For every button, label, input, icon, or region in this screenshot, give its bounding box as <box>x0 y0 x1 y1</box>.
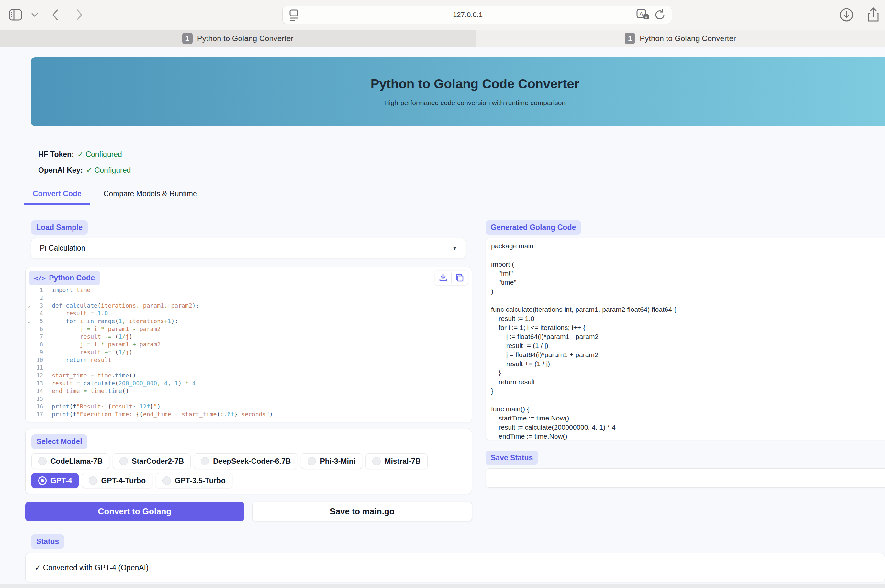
golang-code-text: package main import ( "fmt" "time") func… <box>491 242 885 440</box>
model-option-gpt-4-turbo[interactable]: GPT-4-Turbo <box>82 473 152 488</box>
back-button[interactable] <box>51 9 59 21</box>
model-option-label: GPT-4-Turbo <box>101 476 146 485</box>
golang-code-line: j := float64(i)*param1 - param2 <box>491 332 885 341</box>
browser-tab-2[interactable]: 1 Python to Golang Converter <box>476 30 885 47</box>
download-code-button[interactable] <box>438 273 448 283</box>
golang-code-badge: Generated Golang Code <box>486 220 581 235</box>
sidebar-icon <box>8 8 23 21</box>
page-title: Python to Golang Code Converter <box>371 76 579 91</box>
golang-code-box[interactable]: package main import ( "fmt" "time") func… <box>486 238 885 440</box>
golang-code-line: import ( <box>491 260 885 269</box>
model-option-label: CodeLlama-7B <box>51 457 102 466</box>
line-number: 13 <box>26 380 47 387</box>
model-option-phi-3-mini[interactable]: Phi-3-Mini <box>301 453 362 469</box>
code-line: 15 <box>26 395 472 403</box>
sample-dropdown-value: Pi Calculation <box>40 244 86 253</box>
golang-code-line: result += (1 / j) <box>491 359 885 368</box>
tab-title: Python to Golang Converter <box>640 34 736 43</box>
code-line: 4 result = 1.0 <box>26 309 472 317</box>
model-option-mistral-7b[interactable]: Mistral-7B <box>366 453 427 469</box>
download-circle-icon <box>839 8 854 22</box>
save-status-box[interactable] <box>486 468 885 488</box>
share-button[interactable] <box>867 7 880 23</box>
model-option-label: Mistral-7B <box>385 457 420 466</box>
model-option-label: Phi-3-Mini <box>320 457 355 466</box>
line-number: 2 <box>26 294 47 302</box>
radio-icon <box>89 476 97 485</box>
browser-tab-1[interactable]: 1 Python to Golang Converter <box>0 30 476 47</box>
code-line: 1import time <box>26 286 472 294</box>
line-number: 14 <box>26 387 47 395</box>
golang-code-line: package main <box>491 242 885 250</box>
golang-code-line <box>491 250 885 260</box>
model-option-label: DeepSeek-Coder-6.7B <box>213 457 291 466</box>
model-option-codellama-7b[interactable]: CodeLlama-7B <box>32 453 110 469</box>
share-icon <box>867 7 880 23</box>
python-code-badge: </> Python Code <box>29 271 100 285</box>
golang-code-line <box>491 396 885 405</box>
copy-code-button[interactable] <box>455 273 465 283</box>
code-line: 10 return result <box>26 356 472 364</box>
golang-code-line: result -= (1 / j) <box>491 341 885 350</box>
model-option-gpt-3.5-turbo[interactable]: GPT-3.5-Turbo <box>156 473 232 488</box>
app-tab-bar: Convert Code Compare Models & Runtime <box>0 189 885 206</box>
golang-code-line: result := calculate(200000000, 4, 1) * 4 <box>491 423 885 432</box>
fold-chevron-icon[interactable]: ⌄ <box>27 317 30 325</box>
translate-icon[interactable]: A x <box>636 8 650 21</box>
api-key-status: HF Token: ✓ Configured OpenAI Key: ✓ Con… <box>38 150 885 175</box>
golang-code-line: for i := 1; i <= iterations; i++ { <box>491 323 885 332</box>
code-line: 8 j = i * param1 + param2 <box>26 340 472 348</box>
model-option-deepseek-coder-6.7b[interactable]: DeepSeek-Coder-6.7B <box>194 453 298 469</box>
line-number: ⌄5 <box>26 317 47 325</box>
api-key-label: HF Token: <box>38 150 74 159</box>
tab-compare-models[interactable]: Compare Models & Runtime <box>95 189 206 205</box>
radio-icon <box>38 476 47 485</box>
model-option-label: GPT-4 <box>51 476 72 485</box>
line-number: 12 <box>26 372 47 380</box>
bottom-strip <box>0 584 885 588</box>
status-message: ✓ Converted with GPT-4 (OpenAI) <box>35 563 149 572</box>
api-key-label: OpenAI Key: <box>38 166 83 175</box>
downloads-button[interactable] <box>839 8 854 22</box>
golang-code-line: result := 1.0 <box>491 314 885 323</box>
fold-chevron-icon[interactable]: ⌄ <box>27 302 30 309</box>
line-number: 8 <box>26 340 47 348</box>
code-line: 6 j = i * param1 - param2 <box>26 325 472 333</box>
sample-dropdown[interactable]: Pi Calculation ▼ <box>31 238 466 258</box>
status-box: ✓ Converted with GPT-4 (OpenAI) <box>25 553 885 582</box>
url-bar[interactable]: 127.0.0.1 A x <box>282 6 672 24</box>
model-option-gpt-4[interactable]: GPT-4 <box>32 473 79 488</box>
code-line: 13result = calculate(200_000_000, 4, 1) … <box>26 380 472 387</box>
radio-icon <box>163 476 171 485</box>
tab-favicon-badge: 1 <box>182 33 193 44</box>
code-line: 17print(f"Execution Time: {(end_time - s… <box>26 410 472 418</box>
golang-code-line: } <box>491 368 885 378</box>
code-toolbar <box>435 271 468 285</box>
divider <box>451 273 452 283</box>
tab-convert-code[interactable]: Convert Code <box>24 189 90 205</box>
model-option-starcoder2-7b[interactable]: StarCoder2-7B <box>113 453 191 469</box>
url-text: 127.0.0.1 <box>300 10 636 19</box>
reload-icon[interactable] <box>654 9 666 21</box>
convert-button[interactable]: Convert to Golang <box>25 502 244 521</box>
sidebar-menu-chevron-button[interactable] <box>31 13 38 17</box>
forward-button[interactable] <box>76 9 84 21</box>
code-line: ⌄3def calculate(iterations, param1, para… <box>26 302 472 309</box>
page-subtitle: High-performance code conversion with ru… <box>384 99 566 107</box>
line-number: ⌄3 <box>26 302 47 309</box>
api-key-value: ✓ Configured <box>86 166 131 175</box>
api-key-value: ✓ Configured <box>77 150 122 159</box>
status-section: Status ✓ Converted with GPT-4 (OpenAI) <box>25 534 885 582</box>
chevron-down-icon <box>31 13 38 17</box>
golang-code-line: func main() { <box>491 405 885 414</box>
line-number: 6 <box>26 325 47 333</box>
browser-tab-strip: 1 Python to Golang Converter 1 Python to… <box>0 30 885 47</box>
line-number: 10 <box>26 356 47 364</box>
api-key-row: OpenAI Key: ✓ Configured <box>38 166 885 175</box>
python-code-lines[interactable]: 1import time2 ⌄3def calculate(iterations… <box>26 286 472 418</box>
select-model-badge: Select Model <box>32 434 87 449</box>
sidebar-toggle-button[interactable] <box>8 8 23 21</box>
tab-favicon-badge: 1 <box>625 33 635 44</box>
reader-icon <box>288 8 300 21</box>
save-button[interactable]: Save to main.go <box>253 502 472 521</box>
